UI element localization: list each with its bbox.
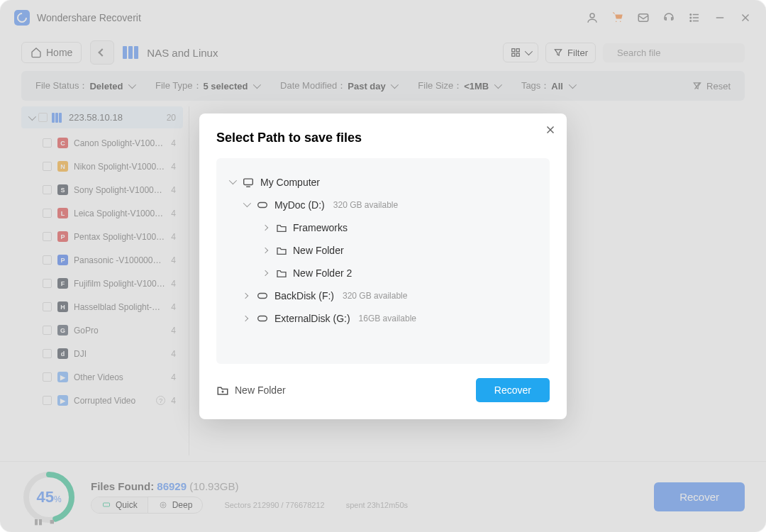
path-newfolder2[interactable]: New Folder 2	[225, 262, 541, 284]
disk-icon	[256, 200, 269, 210]
folder-outline-icon	[276, 223, 287, 233]
path-tree: My Computer MyDoc (D:) 320 GB available …	[216, 158, 550, 364]
path-frameworks[interactable]: Frameworks	[225, 216, 541, 239]
modal-overlay: Select Path to save files My Computer My…	[0, 0, 766, 532]
svg-rect-25	[244, 179, 253, 184]
svg-rect-29	[258, 316, 267, 321]
path-newfolder[interactable]: New Folder	[225, 239, 541, 262]
path-external[interactable]: ExternalDisk (G:) 16GB available	[225, 307, 541, 330]
modal-recover-button[interactable]: Recover	[476, 378, 550, 402]
close-icon[interactable]	[544, 123, 557, 136]
new-folder-icon	[216, 384, 229, 396]
path-my-computer[interactable]: My Computer	[225, 171, 541, 194]
disk-icon	[256, 314, 269, 323]
svg-rect-28	[258, 293, 267, 298]
save-path-modal: Select Path to save files My Computer My…	[199, 113, 567, 419]
folder-outline-icon	[276, 268, 287, 278]
modal-title: Select Path to save files	[216, 131, 550, 145]
disk-icon	[256, 291, 269, 301]
new-folder-button[interactable]: New Folder	[216, 384, 286, 396]
folder-outline-icon	[276, 245, 287, 255]
new-folder-label: New Folder	[235, 384, 286, 396]
path-mydoc[interactable]: MyDoc (D:) 320 GB available	[225, 194, 541, 216]
path-backdisk[interactable]: BackDisk (F:) 320 GB available	[225, 284, 541, 307]
svg-rect-27	[258, 202, 267, 207]
computer-icon	[242, 177, 255, 187]
